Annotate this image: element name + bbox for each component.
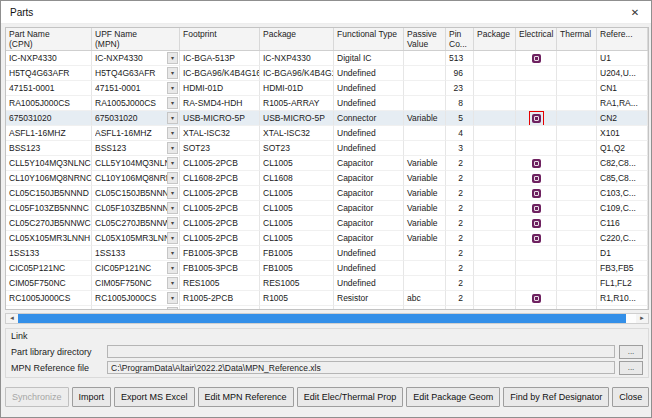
cell-functional_type: Undefined	[334, 96, 404, 111]
mpn-dropdown-arrow-icon[interactable]: ▾	[167, 247, 178, 259]
mpn-dropdown-arrow-icon[interactable]: ▾	[167, 127, 178, 139]
electrical-model-icon[interactable]	[532, 309, 541, 311]
find-by-ref-designator-button[interactable]: Find by Ref Designator	[503, 387, 609, 407]
cell-pin_count: 96	[446, 66, 474, 81]
column-header-package[interactable]: Package	[260, 28, 334, 50]
table-row[interactable]: BSS123BSS123▾SOT23SOT23Undefined3Q1,Q2	[6, 141, 648, 156]
mpn-dropdown-arrow-icon[interactable]: ▾	[167, 277, 178, 289]
mpn-reference-browse-button[interactable]: ...	[619, 361, 643, 375]
table-row[interactable]: 47151-000147151-0001▾HDMI-01DHDMI-01DUnd…	[6, 81, 648, 96]
scrollbar-track[interactable]	[18, 314, 636, 323]
mpn-reference-file-input[interactable]	[107, 361, 615, 374]
cell-pin_count: 2	[446, 261, 474, 276]
mpn-dropdown-arrow-icon[interactable]: ▾	[167, 262, 178, 274]
scroll-left-icon[interactable]: ◄	[6, 314, 18, 323]
table-row[interactable]: RC1005F1002CSRC1005F1002CS▾R1005-2PCBR10…	[6, 306, 648, 310]
table-row[interactable]: CLL5Y104MQ3NLNCCLL5Y104MQ3NLNC▾CL1005-2P…	[6, 156, 648, 171]
cell-passive_value: Variable	[404, 231, 446, 246]
mpn-dropdown-arrow-icon[interactable]: ▾	[167, 67, 178, 79]
cell-passive_value: Variable	[404, 111, 446, 126]
electrical-model-icon[interactable]	[532, 174, 541, 183]
mpn-dropdown-arrow-icon[interactable]: ▾	[167, 172, 178, 184]
close-icon[interactable]: ✕	[619, 1, 651, 23]
column-header-passive_value[interactable]: Passive Value	[404, 28, 446, 50]
electrical-model-icon[interactable]	[532, 189, 541, 198]
cell-mpn: CIC05P121NC▾	[92, 261, 180, 276]
cell-mpn: CL05X105MR3LNNH▾	[92, 231, 180, 246]
cell-cpn: 1SS133	[6, 246, 92, 261]
cell-electrical	[516, 216, 557, 231]
cell-package: FB1005	[260, 261, 334, 276]
cell-mpn: CLL5Y104MQ3NLNC▾	[92, 156, 180, 171]
close-button[interactable]: Close	[612, 387, 649, 407]
table-row[interactable]: H5TQ4G63AFRH5TQ4G63AFR▾IC-BGA96/K4B4G16I…	[6, 66, 648, 81]
table-row[interactable]: CIC05P121NCCIC05P121NC▾FB1005-3PCBFB1005…	[6, 261, 648, 276]
column-header-pin_count[interactable]: Pin Co...	[446, 28, 474, 50]
cell-cpn: CL05C270JB5NNWC	[6, 216, 92, 231]
electrical-model-icon[interactable]	[532, 159, 541, 168]
column-header-package_prop[interactable]: Package	[474, 28, 516, 50]
table-row[interactable]: RA1005J000CSRA1005J000CS▾RA-SMD4-HDHR100…	[6, 96, 648, 111]
mpn-dropdown-arrow-icon[interactable]: ▾	[167, 157, 178, 169]
electrical-model-icon[interactable]	[532, 294, 541, 303]
column-header-thermal[interactable]: Thermal	[557, 28, 597, 50]
table-row[interactable]: 675031020675031020▾USB-MICRO-5PUSB-MICRO…	[6, 111, 648, 126]
mpn-dropdown-arrow-icon[interactable]: ▾	[167, 112, 178, 124]
mpn-dropdown-arrow-icon[interactable]: ▾	[167, 217, 178, 229]
cell-package_prop	[474, 66, 516, 81]
column-header-electrical[interactable]: Electrical	[516, 28, 557, 50]
table-row[interactable]: CL10Y106MQ8NRNCCL10Y106MQ8NRNC▾CL1608-2P…	[6, 171, 648, 186]
table-row[interactable]: ASFL1-16MHZASFL1-16MHZ▾XTAL-ISC32XTAL-IS…	[6, 126, 648, 141]
electrical-model-icon[interactable]	[532, 54, 541, 63]
electrical-model-icon[interactable]	[532, 234, 541, 243]
synchronize-button[interactable]: Synchronize	[5, 387, 69, 407]
mpn-value: 675031020	[95, 111, 167, 125]
cell-reference: FB3,FB5	[597, 261, 648, 276]
part-library-browse-button[interactable]: ...	[619, 345, 643, 359]
table-row[interactable]: CL05C150JB5NNNDCL05C150JB5NNND▾CL1005-2P…	[6, 186, 648, 201]
edit-package-geom-button[interactable]: Edit Package Geom	[406, 387, 500, 407]
cell-package_prop	[474, 291, 516, 306]
cell-electrical	[516, 291, 557, 306]
electrical-model-icon[interactable]	[532, 204, 541, 213]
cell-functional_type: Capacitor	[334, 201, 404, 216]
table-row[interactable]: CL05X105MR3LNNHCL05X105MR3LNNH▾CL1005-2P…	[6, 231, 648, 246]
cell-reference: U204,U...	[597, 66, 648, 81]
mpn-dropdown-arrow-icon[interactable]: ▾	[167, 232, 178, 244]
column-header-footprint[interactable]: Footprint	[180, 28, 260, 50]
mpn-dropdown-arrow-icon[interactable]: ▾	[167, 292, 178, 304]
cell-functional_type: Capacitor	[334, 216, 404, 231]
mpn-dropdown-arrow-icon[interactable]: ▾	[167, 307, 178, 310]
horizontal-scrollbar[interactable]: ◄ ►	[5, 313, 649, 324]
table-row[interactable]: 1SS1331SS133▾FB1005-3PCBFB1005Undefined2…	[6, 246, 648, 261]
edit-mpn-reference-button[interactable]: Edit MPN Reference	[198, 387, 294, 407]
edit-elec-thermal-prop-button[interactable]: Edit Elec/Thermal Prop	[297, 387, 404, 407]
table-row[interactable]: CL05C270JB5NNWCCL05C270JB5NNWC▾CL1005-2P…	[6, 216, 648, 231]
table-row[interactable]: CIM05F750NCCIM05F750NC▾RES1005RES1005Und…	[6, 276, 648, 291]
column-header-mpn[interactable]: UPF Name (MPN)	[92, 28, 180, 50]
column-header-functional_type[interactable]: Functional Type	[334, 28, 404, 50]
mpn-dropdown-arrow-icon[interactable]: ▾	[167, 97, 178, 109]
cell-reference: Q1,Q2	[597, 141, 648, 156]
mpn-dropdown-arrow-icon[interactable]: ▾	[167, 142, 178, 154]
button-bar: Synchronize Import Export MS Excel Edit …	[5, 387, 649, 407]
cell-functional_type: Undefined	[334, 66, 404, 81]
table-row[interactable]: RC1005J000CSRC1005J000CS▾R1005-2PCBR1005…	[6, 291, 648, 306]
scrollbar-thumb[interactable]	[18, 314, 626, 323]
electrical-model-icon[interactable]	[532, 114, 541, 123]
mpn-dropdown-arrow-icon[interactable]: ▾	[167, 202, 178, 214]
scroll-right-icon[interactable]: ►	[636, 314, 648, 323]
export-ms-excel-button[interactable]: Export MS Excel	[114, 387, 195, 407]
electrical-model-icon[interactable]	[532, 219, 541, 228]
part-library-directory-input[interactable]	[107, 345, 615, 358]
mpn-dropdown-arrow-icon[interactable]: ▾	[167, 82, 178, 94]
mpn-dropdown-arrow-icon[interactable]: ▾	[167, 52, 178, 64]
cell-reference: RA1,RA...	[597, 96, 648, 111]
import-button[interactable]: Import	[72, 387, 112, 407]
column-header-reference[interactable]: Refere...	[597, 28, 648, 50]
cell-functional_type: Capacitor	[334, 186, 404, 201]
column-header-cpn[interactable]: Part Name (CPN)	[6, 28, 92, 50]
table-row[interactable]: CL05F103ZB5NNNCCL05F103ZB5NNNC▾CL1005-2P…	[6, 201, 648, 216]
table-row[interactable]: IC-NXP4330IC-NXP4330▾IC-BGA-513PIC-NXP43…	[6, 51, 648, 66]
mpn-dropdown-arrow-icon[interactable]: ▾	[167, 187, 178, 199]
